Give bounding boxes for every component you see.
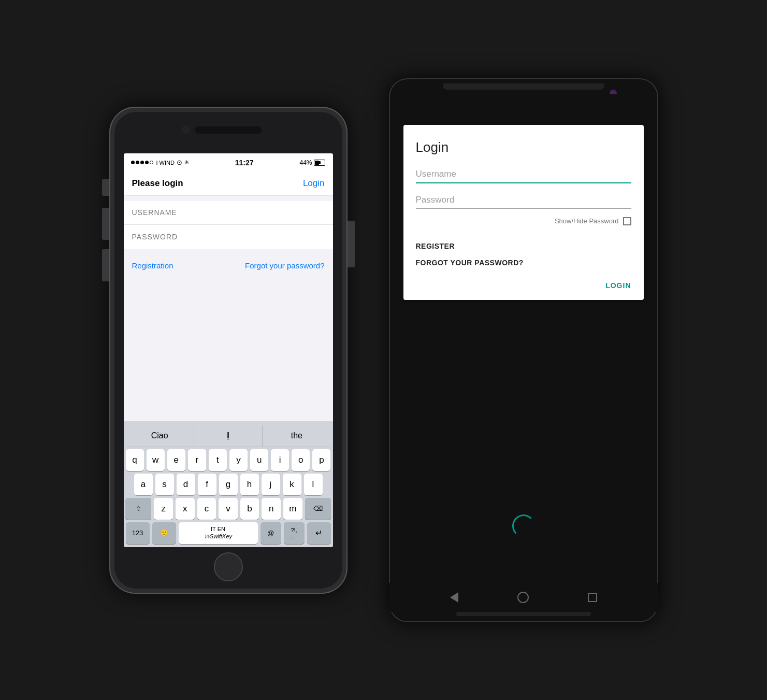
key-emoji[interactable]: 🙂 <box>152 522 176 544</box>
signal-dot-5 <box>150 161 153 164</box>
signal-dot-2 <box>136 161 139 164</box>
android-password-wrap <box>416 192 631 209</box>
android-show-hide-row: Show/Hide Password <box>416 217 631 225</box>
android-register-button[interactable]: REGISTER <box>416 236 631 252</box>
ios-login-section <box>124 201 333 249</box>
android-nav-bar <box>389 583 658 612</box>
key-g[interactable]: g <box>219 474 238 495</box>
key-r[interactable]: r <box>188 449 206 471</box>
android-phone: Login Show/Hide Password REGISTER FORGOT… <box>389 78 658 622</box>
key-a[interactable]: a <box>134 474 153 495</box>
android-back-button[interactable] <box>447 590 461 605</box>
ios-nav-login-button[interactable]: Login <box>303 178 325 189</box>
ios-key-row-1: q w e r t y u i o p <box>126 449 331 471</box>
ios-forgot-password-link[interactable]: Forgot your password? <box>245 261 324 270</box>
key-f[interactable]: f <box>198 474 216 495</box>
key-k[interactable]: k <box>283 474 301 495</box>
key-x[interactable]: x <box>176 498 195 520</box>
ios-front-camera <box>182 125 190 134</box>
ios-battery: 44% <box>299 159 325 166</box>
android-show-hide-label: Show/Hide Password <box>555 217 619 225</box>
android-top-bar <box>443 83 604 90</box>
key-123[interactable]: 123 <box>126 522 150 544</box>
ios-screen: I WIND ⊙ ✳ 11:27 44% Please login Login <box>124 153 333 547</box>
signal-dot-1 <box>131 161 135 164</box>
key-n[interactable]: n <box>262 498 281 520</box>
key-i[interactable]: i <box>271 449 289 471</box>
key-p[interactable]: p <box>312 449 330 471</box>
ios-status-bar: I WIND ⊙ ✳ 11:27 44% <box>124 153 333 172</box>
key-b[interactable]: b <box>240 498 259 520</box>
key-at[interactable]: @ <box>261 522 281 544</box>
home-icon <box>517 592 529 603</box>
key-m[interactable]: m <box>283 498 302 520</box>
ios-links-row: Registration Forgot your password? <box>124 254 333 277</box>
key-punctuation[interactable]: ?!,. <box>284 522 305 544</box>
android-forgot-password-button[interactable]: FORGOT YOUR PASSWORD? <box>416 252 631 269</box>
ios-volume-down-button[interactable] <box>102 249 109 281</box>
ios-password-input[interactable] <box>124 225 333 249</box>
ios-suggestion-i[interactable]: I <box>194 425 263 447</box>
key-y[interactable]: y <box>229 449 248 471</box>
ios-suggestion-ciao[interactable]: Ciao <box>126 425 194 447</box>
key-e[interactable]: e <box>167 449 185 471</box>
key-t[interactable]: t <box>209 449 227 471</box>
key-l[interactable]: l <box>304 474 323 495</box>
android-password-input[interactable] <box>416 192 631 209</box>
key-w[interactable]: w <box>147 449 165 471</box>
ios-home-button[interactable] <box>214 552 243 581</box>
android-username-input[interactable] <box>416 166 631 183</box>
ios-nav-bar: Please login Login <box>124 172 333 196</box>
signal-dot-4 <box>145 161 149 164</box>
key-v[interactable]: v <box>219 498 238 520</box>
android-login-button[interactable]: LOGIN <box>605 281 631 290</box>
key-d[interactable]: d <box>177 474 195 495</box>
key-u[interactable]: u <box>250 449 268 471</box>
key-j[interactable]: j <box>262 474 280 495</box>
recents-icon <box>588 593 597 602</box>
ios-phone: I WIND ⊙ ✳ 11:27 44% Please login Login <box>109 107 348 594</box>
spinner-ring <box>512 515 535 537</box>
signal-dot-3 <box>140 161 144 164</box>
ios-mute-button[interactable] <box>102 179 109 196</box>
ios-keyboard: Ciao I the q w e r t y u i o p <box>124 421 333 547</box>
ios-form-area: Registration Forgot your password? <box>124 196 333 421</box>
ios-phone-inner: I WIND ⊙ ✳ 11:27 44% Please login Login <box>114 112 342 589</box>
key-return[interactable]: ↵ <box>307 522 331 544</box>
key-delete[interactable]: ⌫ <box>305 498 331 520</box>
android-screen: Login Show/Hide Password REGISTER FORGOT… <box>393 94 654 579</box>
key-q[interactable]: q <box>126 449 144 471</box>
key-o[interactable]: o <box>292 449 310 471</box>
ios-key-row-2: a s d f g h j k l <box>126 474 331 495</box>
android-username-wrap <box>416 166 631 183</box>
android-show-password-checkbox[interactable] <box>623 217 631 225</box>
battery-fill <box>315 161 319 165</box>
ios-volume-up-button[interactable] <box>102 208 109 240</box>
ios-registration-link[interactable]: Registration <box>132 261 173 270</box>
android-login-card: Login Show/Hide Password REGISTER FORGOT… <box>403 125 644 300</box>
ios-username-input[interactable] <box>124 201 333 225</box>
key-h[interactable]: h <box>240 474 259 495</box>
key-shift[interactable]: ⇧ <box>125 498 151 520</box>
key-z[interactable]: z <box>154 498 173 520</box>
key-c[interactable]: c <box>197 498 216 520</box>
key-s[interactable]: s <box>155 474 174 495</box>
android-home-button[interactable] <box>516 590 530 605</box>
android-recents-button[interactable] <box>585 590 600 605</box>
ios-power-button[interactable] <box>348 221 355 267</box>
wifi-icon: ⊙ <box>177 159 182 166</box>
android-bottom-bar <box>456 612 591 616</box>
ios-nav-title: Please login <box>132 178 183 189</box>
ios-suggestion-the[interactable]: the <box>263 425 330 447</box>
battery-icon <box>314 160 325 166</box>
android-card-footer: LOGIN <box>416 277 631 290</box>
battery-percent: 44% <box>299 159 312 166</box>
back-icon <box>450 592 458 603</box>
ios-bottom-row: 123 🙂 IT EN𝓦SwiftKey @ ?!,. ↵ <box>126 522 331 544</box>
android-card-title: Login <box>416 139 631 155</box>
carrier-label: I WIND <box>156 160 175 166</box>
key-space[interactable]: IT EN𝓦SwiftKey <box>179 522 258 544</box>
battery-tip <box>319 161 321 164</box>
ios-time: 11:27 <box>235 159 254 167</box>
location-icon: ✳ <box>184 159 189 166</box>
